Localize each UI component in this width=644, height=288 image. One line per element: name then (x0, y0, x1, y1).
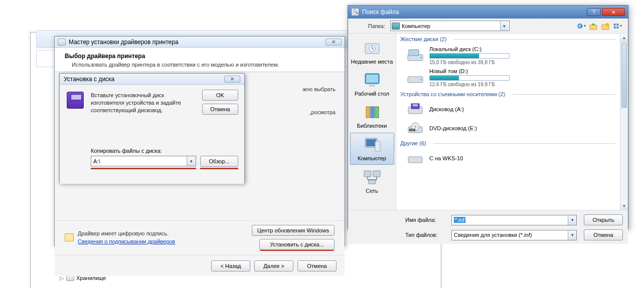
install-from-disk-button[interactable]: Установить с диска... (259, 239, 335, 250)
places-bar: Недавние места Рабочий стол Библиотеки К… (348, 34, 396, 210)
scrollbar[interactable]: ▴ ▾ (620, 34, 628, 210)
search-file-icon (351, 8, 359, 16)
computer-icon (392, 23, 400, 30)
folder-label: Папка: (357, 23, 385, 29)
dvd-drive-icon: DVD (406, 121, 424, 136)
dropdown-arrow-icon[interactable]: ▾ (568, 215, 576, 225)
network-icon (362, 169, 382, 186)
svg-rect-6 (614, 26, 616, 28)
fdlg-close-button[interactable]: ✕ (602, 8, 625, 16)
desktop-icon (362, 72, 382, 89)
dropdown-arrow-icon[interactable]: ▾ (568, 230, 576, 240)
ifd-title: Установка с диска (64, 76, 114, 83)
svg-rect-1 (590, 25, 597, 30)
drive-net[interactable]: C на WKS-10 (396, 149, 628, 168)
libraries-icon (362, 104, 382, 121)
place-computer[interactable]: Компьютер (350, 133, 394, 165)
svg-point-26 (420, 79, 422, 81)
scroll-up-icon[interactable]: ▴ (620, 34, 628, 42)
drive-free: 12,6 ГБ свободно из 19,9 ГБ (429, 82, 510, 87)
floppy-drive-icon (406, 102, 424, 117)
ifd-path-input[interactable] (91, 156, 187, 166)
dropdown-arrow-icon[interactable]: ▾ (500, 21, 508, 31)
ifd-titlebar[interactable]: Установка с диска ✕ (60, 74, 244, 85)
folder-combo[interactable]: Компьютер ▾ (390, 21, 510, 31)
fdlg-bottom: Имя файла: *.inf ▾ Открыть Тип файлов: С… (348, 210, 628, 244)
place-network[interactable]: Сеть (350, 166, 394, 197)
certificate-icon (65, 233, 74, 241)
svg-point-32 (414, 126, 416, 128)
file-name-label: Имя файла: (405, 217, 446, 223)
group-hdd[interactable]: Жесткие диски (2) ˄ (396, 34, 628, 45)
file-name-value[interactable]: *.inf (454, 217, 465, 223)
wizard-header: Выбор драйвера принтера Использовать дра… (55, 48, 345, 72)
wizard-subheading: Использовать драйвер принтера в соответс… (72, 62, 335, 68)
drive-a[interactable]: Дисковод (A:) (396, 100, 628, 119)
drive-name: Дисковод (A:) (429, 106, 464, 112)
file-type-label: Тип файлов: (405, 232, 446, 238)
place-recent[interactable]: Недавние места (350, 37, 394, 68)
view-mode-icon[interactable]: ▾ (613, 22, 622, 31)
hdd-icon (406, 70, 424, 85)
fdlg-title: Поиск файла (362, 9, 399, 16)
back-button[interactable]: < Назад (211, 260, 250, 271)
nav-back-icon[interactable]: ▾ (577, 22, 586, 31)
ifd-path-combo[interactable]: ▾ (91, 156, 196, 166)
place-desktop[interactable]: Рабочий стол (350, 69, 394, 100)
svg-rect-17 (366, 139, 376, 146)
folder-value: Компьютер (402, 23, 498, 29)
ifd-browse-button[interactable]: Обзор... (200, 156, 238, 167)
computer-icon (362, 136, 382, 153)
drive-name: Локальный диск (C:) (429, 46, 510, 52)
scroll-thumb[interactable] (621, 43, 627, 108)
group-other[interactable]: Другие (6) ˄ (396, 138, 628, 149)
install-from-disk-dialog: Установка с диска ✕ Вставьте установочны… (59, 73, 245, 183)
ifd-ok-button[interactable]: OK (202, 90, 238, 101)
wizard-close-button[interactable]: ✕ (326, 39, 342, 46)
drive-d[interactable]: Новый том (D:) 12,6 ГБ свободно из 19,9 … (396, 67, 628, 89)
ifd-close-button[interactable]: ✕ (224, 76, 240, 83)
svg-rect-29 (413, 104, 418, 106)
ifd-cancel-button[interactable]: Отмена (202, 104, 238, 115)
fdlg-titlebar[interactable]: Поиск файла ? ✕ (348, 6, 628, 19)
drive-name: Новый том (D:) (429, 68, 510, 74)
usage-bar (429, 53, 510, 59)
nav-up-icon[interactable] (589, 22, 598, 31)
svg-rect-15 (375, 107, 379, 118)
svg-text:DVD: DVD (410, 129, 415, 131)
signature-link[interactable]: Сведения о подписывании драйверов (78, 238, 175, 244)
hdd-icon (406, 48, 424, 63)
help-button[interactable]: ? (587, 8, 601, 16)
open-button[interactable]: Открыть (584, 214, 623, 225)
file-list[interactable]: Жесткие диски (2) ˄ Локальный диск (C:) … (396, 34, 628, 210)
svg-point-3 (606, 23, 609, 26)
svg-rect-5 (616, 24, 618, 26)
group-removable[interactable]: Устройства со съемными носителями (2) ˄ (396, 89, 628, 100)
recent-icon (362, 40, 382, 57)
svg-rect-18 (375, 141, 380, 151)
file-name-combo[interactable]: *.inf ▾ (451, 215, 577, 225)
file-type-combo[interactable]: Сведения для установки (*.inf) ▾ (451, 230, 577, 240)
svg-rect-14 (371, 107, 374, 118)
annotation-underline (200, 168, 238, 169)
drive-e[interactable]: DVD DVD-дисковод (E:) (396, 119, 628, 138)
ifd-message: Вставьте установочный диск изготовителя … (91, 92, 193, 114)
windows-update-button[interactable]: Центр обновления Windows (252, 225, 335, 236)
scroll-down-icon[interactable]: ▾ (620, 202, 628, 210)
wizard-footer: < Назад Далее > Отмена (55, 255, 345, 276)
wizard-titlebar[interactable]: Мастер установки драйверов принтера ✕ (55, 37, 345, 48)
svg-rect-12 (369, 85, 375, 87)
drive-c[interactable]: Локальный диск (C:) 15,0 ГБ свободно из … (396, 45, 628, 67)
wizard-title: Мастер установки драйверов принтера (69, 39, 179, 46)
fdlg-cancel-button[interactable]: Отмена (584, 229, 623, 240)
dropdown-arrow-icon[interactable]: ▾ (187, 156, 196, 166)
next-button[interactable]: Далее > (254, 260, 293, 271)
printer-icon (58, 39, 66, 46)
svg-rect-4 (614, 24, 616, 26)
fdlg-toolbar: Папка: Компьютер ▾ ▾ ▾ (348, 19, 628, 34)
cancel-button[interactable]: Отмена (297, 260, 337, 271)
place-libraries[interactable]: Библиотеки (350, 101, 394, 132)
new-folder-icon[interactable] (601, 22, 610, 31)
file-browse-dialog: Поиск файла ? ✕ Папка: Компьютер ▾ ▾ (348, 5, 628, 229)
file-type-value: Сведения для установки (*.inf) (452, 230, 568, 240)
